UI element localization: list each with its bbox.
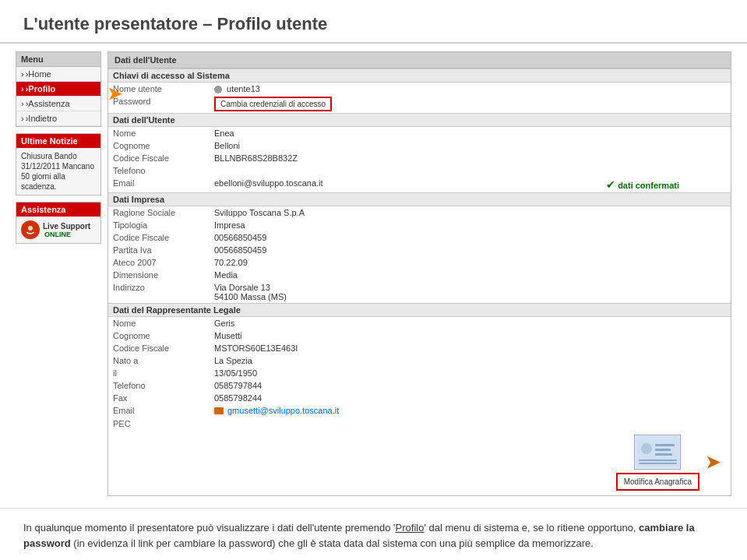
modifica-anagrafica-button[interactable]: Modifica Anagrafica (616, 473, 699, 491)
company-cf-label: Codice Fiscale (108, 231, 210, 244)
svg-rect-7 (639, 463, 677, 464)
check-icon: ✔ (606, 178, 615, 191)
company-ateco-row: Ateco 2007 70.22.09 (108, 256, 731, 269)
online-badge: OnLINE (44, 231, 90, 238)
sidebar-item-assistenza[interactable]: ›Assistenza (16, 97, 100, 111)
live-support-icon (21, 220, 40, 239)
content-area: Dati dell'Utente Chiavi di accesso al Si… (107, 51, 731, 496)
rep-cognome-label: Cognome (108, 329, 210, 342)
company-iva-value: 00566850459 (210, 244, 731, 256)
user-cf-row: Codice Fiscale BLLNBR68S28B832Z (108, 152, 731, 164)
rep-email-value: gmusetti@sviluppo.toscana.it (210, 404, 731, 417)
username-row: Nome utente utente13 (108, 83, 731, 96)
modifica-cell: Modifica Anagrafica ➤ (108, 430, 731, 495)
svg-rect-5 (655, 453, 672, 456)
rep-pec-value (210, 417, 731, 430)
rep-tel-value: 0585797844 (210, 379, 731, 392)
company-cf-value: 00566850459 (210, 231, 731, 244)
confirmed-badge: ✔ dati confermati (606, 178, 679, 191)
rep-tel-label: Telefono (108, 379, 210, 392)
company-addr-row: Indirizzo Via Dorsale 1354100 Massa (MS) (108, 281, 731, 304)
news-box: Ultime Notizie Chiusura Bando 31/12/2011… (16, 133, 101, 195)
rep-cf-row: Codice Fiscale MSTORS60E13E463I (108, 342, 731, 354)
headset-icon (25, 224, 36, 235)
live-support-section: Live Support OnLINE (16, 217, 100, 243)
rep-nome-row: Nome Geris (108, 317, 731, 330)
live-support-text: Live Support OnLINE (43, 222, 90, 238)
sidebar-arrow-icon: ➤ (107, 84, 122, 104)
user-nome-value: Enea (210, 127, 731, 140)
svg-rect-3 (655, 444, 675, 446)
rep-pec-row: PEC (108, 417, 731, 430)
company-addr-label: Indirizzo (108, 281, 210, 304)
user-email-label: Email (108, 177, 210, 193)
sidebar-item-profilo[interactable]: ›Profilo (16, 82, 100, 97)
confirmed-label: dati confermati (618, 181, 679, 190)
rep-nome-value: Geris (210, 317, 731, 330)
sidebar: Menu ›Home ›Profilo ›Assistenza ›Indietr… (16, 51, 101, 496)
section-access-keys: Chiavi di accesso al Sistema (108, 69, 731, 83)
email-icon (214, 407, 224, 414)
company-ateco-value: 70.22.09 (210, 256, 731, 269)
user-data-header: Dati dell'Utente (108, 114, 731, 127)
company-ragione-value: Sviluppo Toscana S.p.A (210, 206, 731, 220)
company-tipo-label: Tipologia (108, 219, 210, 231)
bottom-paragraph1: In qualunque momento il presentatore può… (23, 520, 724, 553)
rep-fax-label: Fax (108, 392, 210, 404)
company-ateco-label: Ateco 2007 (108, 256, 210, 269)
company-iva-row: Partita Iva 00566850459 (108, 244, 731, 256)
page-title: L'utente presentatore – Profilo utente (23, 14, 724, 34)
section-user-data: Dati dell'Utente (108, 114, 731, 127)
live-support-label: Live Support (43, 222, 90, 231)
user-nome-label: Nome (108, 127, 210, 140)
access-keys-header: Chiavi di accesso al Sistema (108, 69, 731, 83)
assistenza-box: Assistenza Live Support OnLINE (16, 202, 101, 244)
username-label: Nome utente (108, 83, 210, 96)
user-cognome-label: Cognome (108, 139, 210, 152)
user-nome-row: Nome Enea (108, 127, 731, 140)
profile-table: Chiavi di accesso al Sistema Nome utente… (108, 69, 731, 495)
company-cf-row: Codice Fiscale 00566850459 (108, 231, 731, 244)
svg-rect-6 (639, 460, 677, 461)
rep-il-label: il (108, 367, 210, 379)
rep-email-link[interactable]: gmusetti@sviluppo.toscana.it (214, 406, 339, 415)
sidebar-item-home[interactable]: ›Home (16, 67, 100, 82)
rep-email-label: Email (108, 404, 210, 417)
user-cf-value: BLLNBR68S28B832Z (210, 152, 731, 164)
rep-fax-row: Fax 0585798244 (108, 392, 731, 404)
menu-box: Menu ›Home ›Profilo ›Assistenza ›Indietr… (16, 51, 101, 127)
user-tel-value (210, 164, 731, 177)
company-dim-label: Dimensione (108, 269, 210, 281)
svg-point-2 (641, 443, 652, 454)
id-card-placeholder: Modifica Anagrafica (616, 435, 699, 491)
rep-tel-row: Telefono 0585797844 (108, 379, 731, 392)
modifica-section: Modifica Anagrafica ➤ (113, 431, 726, 494)
user-email-value: ebelloni@sviluppo.toscana.it ✔ dati conf… (210, 177, 731, 193)
rep-cognome-value: Musetti (210, 329, 731, 342)
assistenza-header: Assistenza (16, 203, 100, 217)
arrow-right-icon: ➤ (706, 453, 720, 473)
company-iva-label: Partita Iva (108, 244, 210, 256)
sidebar-item-indietro[interactable]: ›Indietro (16, 111, 100, 126)
company-tipo-value: Impresa (210, 219, 731, 231)
rep-nato-label: Nato a (108, 354, 210, 367)
company-dim-value: Media (210, 269, 731, 281)
legal-rep-header: Dati del Rappresentante Legale (108, 304, 731, 317)
page-wrapper: L'utente presentatore – Profilo utente M… (0, 0, 747, 560)
bottom-text: In qualunque momento il presentatore può… (0, 508, 747, 560)
user-cognome-value: Belloni (210, 139, 731, 152)
section-company: Dati Impresa (108, 193, 731, 206)
rep-email-row: Email gmusetti@sviluppo.toscana.it (108, 404, 731, 417)
company-tipo-row: Tipologia Impresa (108, 219, 731, 231)
company-ragione-label: Ragione Sociale (108, 206, 210, 220)
company-header: Dati Impresa (108, 193, 731, 206)
company-addr-value: Via Dorsale 1354100 Massa (MS) (210, 281, 731, 304)
rep-il-row: il 13/05/1950 (108, 367, 731, 379)
change-credentials-button[interactable]: Cambia credenziali di accesso (214, 97, 332, 111)
rep-cf-label: Codice Fiscale (108, 342, 210, 354)
rep-cf-value: MSTORS60E13E463I (210, 342, 731, 354)
rep-nato-row: Nato a La Spezia (108, 354, 731, 367)
user-data-title: Dati dell'Utente (113, 115, 175, 125)
rep-fax-value: 0585798244 (210, 392, 731, 404)
user-email-row: Email ebelloni@sviluppo.toscana.it ✔ dat… (108, 177, 731, 193)
